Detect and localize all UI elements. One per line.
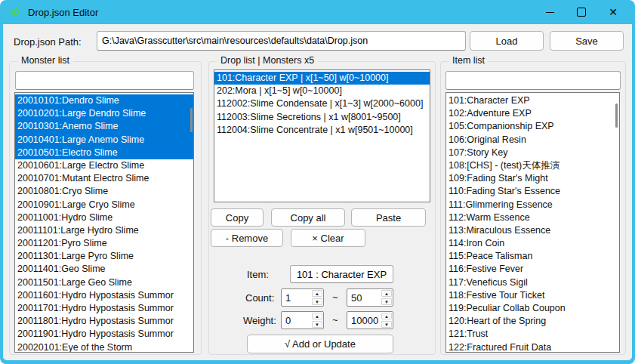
item-list-group-title: Item list: [449, 55, 489, 66]
item-field-label: Item:: [247, 269, 269, 280]
load-button[interactable]: Load: [470, 31, 544, 51]
list-item[interactable]: 20011901:Hydro Hypostasis Summor: [15, 328, 193, 341]
list-item[interactable]: 20010701:Mutant Electro Slime: [15, 172, 193, 185]
app-window: Drop.json Editor ✕ Drop.json Path: Load …: [0, 0, 635, 364]
window-title: Drop.json Editor: [28, 7, 98, 18]
list-item[interactable]: 112002:Slime Condensate | x[1~3] w[2000~…: [214, 97, 430, 110]
list-item[interactable]: 20011301:Large Pyro Slime: [15, 250, 193, 263]
list-item[interactable]: 20011201:Pyro Slime: [15, 237, 193, 250]
monster-listbox[interactable]: 20010101:Dendro Slime20010201:Large Dend…: [14, 92, 194, 353]
spinner-down-icon[interactable]: ▼: [381, 321, 392, 328]
list-item[interactable]: 202:Mora | x[1~5] w[0~10000]: [214, 85, 430, 97]
list-item[interactable]: 20010601:Large Electro Slime: [15, 159, 193, 172]
list-item[interactable]: 117:Veneficus Sigil: [446, 276, 619, 289]
item-filter-input[interactable]: [445, 71, 621, 90]
list-item[interactable]: 112:Warm Essence: [446, 211, 619, 224]
path-label: Drop.json Path:: [14, 36, 82, 48]
count-min-value: 1: [282, 289, 311, 306]
close-button[interactable]: ✕: [597, 0, 629, 24]
list-item[interactable]: 108:[CHS] - (test)天体推演: [446, 159, 619, 172]
drop-listbox[interactable]: 101:Character EXP | x[1~50] w[0~10000]20…: [214, 69, 430, 202]
list-item[interactable]: 20011101:Large Hydro Slime: [15, 224, 193, 237]
list-item[interactable]: 102:Adventure EXP: [446, 107, 619, 120]
item-field-input[interactable]: [290, 265, 393, 283]
list-item[interactable]: 120:Heart of the Spring: [446, 315, 619, 328]
monster-list-scrollbar[interactable]: [190, 108, 193, 132]
item-listbox[interactable]: 101:Character EXP102:Adventure EXP105:Co…: [445, 92, 620, 353]
paste-button[interactable]: Paste: [351, 208, 426, 227]
list-item[interactable]: 109:Fading Star's Might: [446, 172, 619, 185]
list-item[interactable]: 101:Character EXP: [446, 94, 619, 107]
drop-list-group-title: Drop list | Monsters x5: [217, 55, 318, 66]
count-max-stepper[interactable]: 50 ▲ ▼: [347, 288, 393, 307]
list-item[interactable]: 112004:Slime Concentrate | x1 w[9501~100…: [214, 124, 430, 137]
app-icon: [8, 5, 22, 19]
list-item[interactable]: 20010301:Anemo Slime: [15, 120, 193, 133]
list-item[interactable]: 20010101:Dendro Slime: [15, 94, 193, 107]
list-item[interactable]: 105:Companionship EXP: [446, 120, 619, 133]
titlebar: Drop.json Editor ✕: [0, 0, 635, 24]
list-item[interactable]: 20020101:Eye of the Storm: [15, 341, 193, 353]
list-item[interactable]: 20011401:Geo Slime: [15, 263, 193, 276]
weight-range-separator: ~: [332, 314, 338, 325]
weight-min-stepper[interactable]: 0 ▲ ▼: [281, 311, 324, 329]
list-item[interactable]: 111:Glimmering Essence: [446, 199, 619, 211]
list-item[interactable]: 20011701:Hydro Hypostasis Summor: [15, 302, 193, 315]
count-max-value: 50: [347, 289, 381, 306]
list-item[interactable]: 20010901:Large Cryo Slime: [15, 199, 193, 211]
close-icon: ✕: [609, 7, 618, 17]
copy-all-button[interactable]: Copy all: [271, 208, 345, 227]
weight-min-value: 0: [282, 312, 311, 329]
count-range-separator: ~: [332, 292, 338, 303]
list-item[interactable]: 116:Festive Fever: [446, 263, 619, 276]
weight-max-stepper[interactable]: 10000 ▲ ▼: [347, 311, 393, 329]
list-item[interactable]: 114:Iron Coin: [446, 237, 619, 250]
list-item[interactable]: 106:Original Resin: [446, 134, 619, 147]
spinner-up-icon[interactable]: ▲: [312, 290, 322, 297]
list-item[interactable]: 112003:Slime Secretions | x1 w[8001~9500…: [214, 111, 430, 124]
save-button[interactable]: Save: [550, 31, 624, 51]
list-item[interactable]: 118:Festive Tour Ticket: [446, 289, 619, 302]
list-item[interactable]: 20010501:Electro Slime: [15, 147, 193, 159]
minimize-button[interactable]: [534, 0, 566, 24]
spinner-down-icon[interactable]: ▼: [381, 298, 392, 305]
count-field-label: Count:: [245, 292, 274, 304]
weight-field-label: Weight:: [243, 315, 276, 326]
list-item[interactable]: 20011801:Hydro Hypostasis Summor: [15, 315, 193, 328]
count-min-stepper[interactable]: 1 ▲ ▼: [281, 288, 324, 307]
list-item[interactable]: 113:Miraculous Essence: [446, 224, 619, 237]
list-item[interactable]: 110:Fading Star's Essence: [446, 185, 619, 198]
copy-button[interactable]: Copy: [211, 208, 264, 227]
monster-list-group-title: Monster list: [17, 55, 73, 66]
spinner-up-icon[interactable]: ▲: [381, 313, 392, 319]
list-item[interactable]: 115:Peace Talisman: [446, 250, 619, 263]
list-item[interactable]: 20010401:Large Anemo Slime: [15, 134, 193, 147]
item-list-scrollbar[interactable]: [615, 103, 618, 128]
remove-button[interactable]: - Remove: [211, 229, 283, 247]
monster-filter-input[interactable]: [15, 71, 194, 90]
weight-max-value: 10000: [347, 312, 381, 329]
list-item[interactable]: 20010201:Large Dendro Slime: [15, 107, 193, 120]
path-input[interactable]: [97, 31, 466, 51]
spinner-up-icon[interactable]: ▲: [381, 290, 392, 297]
maximize-icon: [577, 8, 586, 17]
list-item[interactable]: 20010801:Cryo Slime: [15, 185, 193, 198]
window-controls: ✕: [534, 0, 629, 24]
maximize-button[interactable]: [566, 0, 597, 24]
list-item[interactable]: 20011501:Large Geo Slime: [15, 276, 193, 289]
list-item[interactable]: 101:Character EXP | x[1~50] w[0~10000]: [214, 72, 430, 85]
spinner-down-icon[interactable]: ▼: [312, 321, 322, 328]
list-item[interactable]: 20011001:Hydro Slime: [15, 211, 193, 224]
spinner-down-icon[interactable]: ▼: [312, 298, 322, 305]
list-item[interactable]: 107:Story Key: [446, 147, 619, 159]
list-item[interactable]: 121:Trust: [446, 328, 619, 341]
spinner-up-icon[interactable]: ▲: [312, 313, 322, 319]
list-item[interactable]: 119:Peculiar Collab Coupon: [446, 302, 619, 315]
list-item[interactable]: 20011601:Hydro Hypostasis Summor: [15, 289, 193, 302]
clear-button[interactable]: × Clear: [291, 229, 365, 247]
add-or-update-button[interactable]: √ Add or Update: [247, 335, 393, 353]
list-item[interactable]: 122:Fractured Fruit Data: [446, 341, 619, 353]
minimize-icon: [546, 12, 554, 13]
